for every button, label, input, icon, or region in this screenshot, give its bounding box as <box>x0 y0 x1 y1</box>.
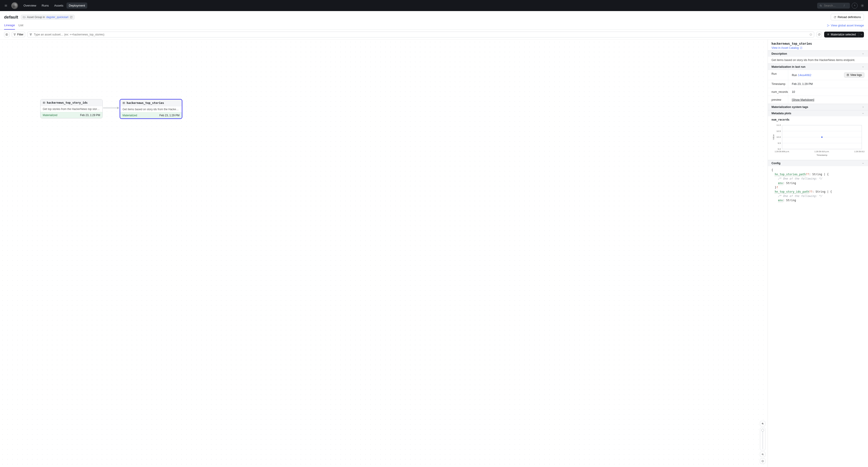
search-box[interactable]: / <box>817 3 850 8</box>
search-kbd: / <box>844 4 844 7</box>
external-link-icon[interactable] <box>70 16 72 19</box>
chevron-down-icon <box>862 53 864 55</box>
timestamp-label: Timestamp <box>768 80 788 88</box>
nav-runs[interactable]: Runs <box>39 2 51 8</box>
materialize-dropdown[interactable] <box>859 32 864 37</box>
table-icon <box>43 101 45 104</box>
main: hackernews_top_story_ids Get top stories… <box>0 39 868 467</box>
chevron-down-icon <box>862 162 864 165</box>
filter-button[interactable]: Filter <box>12 32 25 37</box>
asset-subset-input[interactable] <box>34 33 808 36</box>
metadata-plot: 9.09.510.010.511.01:29:39.909 p.m.1:29:3… <box>768 123 868 160</box>
refresh-icon <box>818 33 820 36</box>
numrecords-value: 10 <box>788 88 868 96</box>
nav-deployment[interactable]: Deployment <box>66 2 87 8</box>
chevron-right-icon <box>862 106 864 108</box>
preview-label: preview <box>768 96 788 104</box>
svg-text:9.0: 9.0 <box>778 148 781 150</box>
svg-rect-32 <box>847 74 848 76</box>
asset-subset-input-wrap[interactable] <box>27 32 814 37</box>
metadata-plots-heading: Metadata plots <box>772 112 792 115</box>
materialization-section-header[interactable]: Materialization in last run <box>768 64 868 70</box>
svg-rect-18 <box>43 102 45 103</box>
view-logs-button[interactable]: View logs <box>844 72 864 78</box>
help-icon[interactable] <box>852 3 858 8</box>
view-in-catalog-link[interactable]: View in Asset Catalog <box>772 46 802 49</box>
svg-text:10.5: 10.5 <box>776 130 781 132</box>
asset-node-hackernews-top-story-ids[interactable]: hackernews_top_story_ids Get top stories… <box>40 99 103 118</box>
view-global-lineage-link[interactable]: View global asset lineage <box>827 24 864 27</box>
svg-text:11.0: 11.0 <box>776 124 781 126</box>
table-icon <box>123 102 125 104</box>
svg-text:1:29:39.910 p.m.: 1:29:39.910 p.m. <box>814 151 829 153</box>
timestamp-value: Feb 23, 1:29 PM <box>788 80 868 88</box>
svg-text:10.0: 10.0 <box>776 136 781 138</box>
lineage-canvas[interactable]: hackernews_top_story_ids Get top stories… <box>0 39 768 467</box>
asset-edge <box>103 108 119 108</box>
detail-asset-name: hackernews_top_stories <box>772 42 864 45</box>
page-header: default Asset Group in dagster_quickstar… <box>0 11 868 21</box>
global-lineage-label: View global asset lineage <box>831 24 864 27</box>
metadata-plots-section-header[interactable]: Metadata plots <box>768 110 868 116</box>
asset-node-timestamp: Feb 23, 1:29 PM <box>159 114 180 117</box>
info-icon[interactable] <box>809 33 812 36</box>
refresh-button[interactable] <box>816 32 822 37</box>
gear-icon[interactable] <box>860 3 865 8</box>
asset-node-desc: Get items based on story ids from the Ha… <box>120 106 182 112</box>
menu-icon[interactable] <box>3 2 9 9</box>
search-input[interactable] <box>824 4 842 7</box>
show-markdown-link[interactable]: [Show Markdown] <box>792 98 814 101</box>
svg-line-25 <box>763 424 764 425</box>
chip-prefix: Asset Group in <box>27 15 45 19</box>
svg-point-51 <box>821 136 823 138</box>
run-id-link[interactable]: 14ea4082 <box>798 73 811 77</box>
nav-assets[interactable]: Assets <box>52 2 66 8</box>
lineage-icon <box>827 24 830 27</box>
toolbar: Filter Materialize selected <box>0 30 868 39</box>
tab-lineage[interactable]: Lineage <box>4 21 15 30</box>
logs-icon <box>846 74 849 76</box>
zoom-out-button[interactable] <box>760 452 765 457</box>
materialize-button[interactable]: Materialize selected <box>824 32 864 37</box>
svg-point-6 <box>862 5 863 6</box>
tab-list[interactable]: List <box>19 21 23 30</box>
materialize-icon <box>827 33 830 36</box>
description-section-header[interactable]: Description <box>768 51 868 57</box>
svg-text:Timestamp: Timestamp <box>816 154 828 156</box>
system-tags-heading: Materialization system tags <box>772 105 808 109</box>
asset-node-status: Materialized <box>123 114 137 117</box>
run-prefix: Run <box>792 74 798 77</box>
asset-node-status: Materialized <box>43 113 57 117</box>
asset-group-chip: Asset Group in dagster_quickstart <box>21 15 74 20</box>
system-tags-section-header[interactable]: Materialization system tags <box>768 104 868 110</box>
filter-label: Filter <box>17 33 24 36</box>
tab-bar: Lineage List View global asset lineage <box>0 21 868 30</box>
view-logs-label: View logs <box>850 73 862 76</box>
config-section-header[interactable]: Config <box>768 160 868 166</box>
svg-text:1:29:39.911 p.m.: 1:29:39.911 p.m. <box>854 151 864 153</box>
chip-link[interactable]: dagster_quickstart <box>46 15 68 19</box>
asset-node-desc: Get top stories from the HackerNews top … <box>40 106 102 112</box>
graph-icon <box>29 33 32 36</box>
zoom-fit-button[interactable] <box>760 459 765 464</box>
asset-node-title: hackernews_top_stories <box>127 101 164 105</box>
top-nav: Overview Runs Assets Deployment / <box>0 0 868 11</box>
asset-node-hackernews-top-stories[interactable]: hackernews_top_stories Get items based o… <box>120 99 182 119</box>
numrecords-label: num_records <box>768 88 788 96</box>
plot-title: num_records <box>768 116 868 123</box>
svg-text:1:29:39.909 p.m.: 1:29:39.909 p.m. <box>775 151 789 153</box>
search-icon <box>819 4 822 7</box>
collapse-sidebar-button[interactable] <box>4 32 9 37</box>
zoom-in-button[interactable] <box>760 421 765 426</box>
page-title: default <box>4 15 18 20</box>
zoom-slider[interactable] <box>760 428 765 450</box>
run-label: Run <box>768 70 788 80</box>
materialization-heading: Materialization in last run <box>772 65 805 68</box>
chevron-down-icon <box>862 66 864 68</box>
nav-overview[interactable]: Overview <box>21 2 38 8</box>
folder-icon <box>23 16 26 19</box>
reload-definitions-button[interactable]: Reload definitions <box>831 14 864 20</box>
asset-node-title: hackernews_top_story_ids <box>47 101 88 104</box>
dagster-logo[interactable] <box>11 2 18 9</box>
description-heading: Description <box>772 52 787 55</box>
